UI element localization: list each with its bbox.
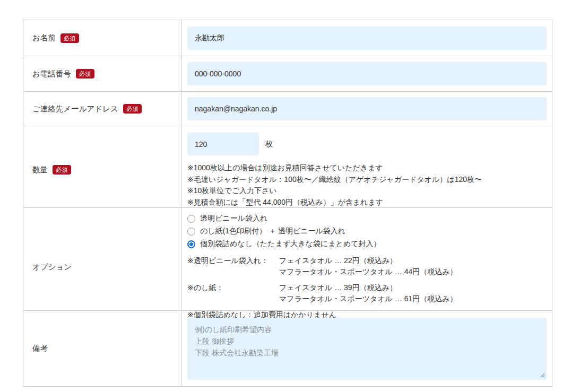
row-options: オプション 透明ビニール袋入れ のし紙(1色印刷付） ＋ 透明ビニール袋入れ 個… (23, 207, 552, 310)
radio-label: 透明ビニール袋入れ (200, 214, 267, 223)
phone-input[interactable] (187, 62, 547, 85)
option-note-term: ※のし紙： (187, 282, 279, 304)
email-value-cell (182, 92, 552, 126)
option-note-line: フェイスタオル … 39円（税込み） (279, 282, 547, 293)
option-note-line: マフラータオル・スポーツタオル … 44円（税込み） (279, 266, 547, 277)
required-badge: 必須 (76, 69, 94, 79)
quantity-input[interactable] (187, 133, 259, 155)
email-label-cell: ご連絡先メールアドレス 必須 (23, 92, 182, 126)
remarks-value-cell (182, 311, 552, 386)
radio-icon (187, 228, 195, 236)
phone-value-cell (182, 56, 552, 91)
quantity-value-cell: 枚 ※1000枚以上の場合は別途お見積回答させていただきます ※毛違いジャガード… (182, 126, 552, 213)
email-label: ご連絡先メールアドレス (32, 104, 118, 114)
radio-label: 個別袋詰めなし（たたまず大きな袋にまとめて封入） (200, 239, 381, 249)
options-value-cell: 透明ビニール袋入れ のし紙(1色印刷付） ＋ 透明ビニール袋入れ 個別袋詰めなし… (182, 208, 552, 326)
order-form-table: お名前 必須 お電話番号 必須 ご連絡先メールアドレス 必須 数量 必須 (23, 20, 552, 387)
name-label-cell: お名前 必須 (23, 20, 182, 56)
email-input[interactable] (187, 97, 547, 120)
row-email: ご連絡先メールアドレス 必須 (23, 91, 552, 126)
options-label: オプション (32, 262, 72, 272)
option-radio-noshi-plus-vinyl[interactable]: のし紙(1色印刷付） ＋ 透明ビニール袋入れ (187, 225, 547, 238)
quantity-note: ※10枚単位でご入力下さい (187, 185, 547, 197)
radio-icon (187, 215, 195, 223)
name-label: お名前 (32, 33, 56, 43)
remarks-label-cell: 備考 (23, 311, 182, 386)
resize-handle-icon[interactable] (539, 372, 545, 378)
quantity-label-cell: 数量 必須 (23, 126, 182, 213)
option-note-group: ※透明ビニール袋入れ： フェイスタオル … 22円（税込み） マフラータオル・ス… (187, 255, 547, 277)
quantity-label: 数量 (32, 165, 48, 175)
radio-icon (187, 240, 195, 248)
phone-label-cell: お電話番号 必須 (23, 56, 182, 91)
name-input[interactable] (187, 27, 547, 50)
row-phone: お電話番号 必須 (23, 56, 552, 91)
option-note-line: マフラータオル・スポーツタオル … 61円（税込み） (279, 293, 547, 304)
required-badge: 必須 (53, 165, 71, 175)
quantity-unit: 枚 (265, 139, 273, 149)
option-note-line: フェイスタオル … 22円（税込み） (279, 255, 547, 266)
quantity-note: ※見積金額には「型代 44,000円（税込み）」が含まれます (187, 197, 547, 208)
option-note-term: ※透明ビニール袋入れ： (187, 255, 279, 277)
options-label-cell: オプション (23, 208, 182, 326)
quantity-notes: ※1000枚以上の場合は別途お見積回答させていただきます ※毛違いジャガードタオ… (187, 162, 547, 208)
required-badge: 必須 (123, 104, 142, 114)
required-badge: 必須 (60, 33, 79, 43)
row-remarks: 備考 (23, 310, 552, 386)
quantity-note: ※1000枚以上の場合は別途お見積回答させていただきます (187, 162, 547, 174)
radio-label: のし紙(1色印刷付） ＋ 透明ビニール袋入れ (200, 227, 345, 236)
name-value-cell (182, 20, 552, 56)
row-name: お名前 必須 (23, 20, 552, 56)
option-note-group: ※のし紙： フェイスタオル … 39円（税込み） マフラータオル・スポーツタオル… (187, 282, 547, 304)
remarks-textarea[interactable] (187, 318, 547, 380)
option-radio-no-individual-bag[interactable]: 個別袋詰めなし（たたまず大きな袋にまとめて封入） (187, 238, 547, 250)
phone-label: お電話番号 (32, 69, 71, 79)
row-quantity: 数量 必須 枚 ※1000枚以上の場合は別途お見積回答させていただきます ※毛違… (23, 126, 552, 207)
quantity-note: ※毛違いジャガードタオル：100枚〜／織絵紋（アゲオチジャガードタオル）は120… (187, 174, 547, 186)
remarks-label: 備考 (32, 344, 48, 354)
option-radio-vinyl-bag[interactable]: 透明ビニール袋入れ (187, 212, 547, 225)
